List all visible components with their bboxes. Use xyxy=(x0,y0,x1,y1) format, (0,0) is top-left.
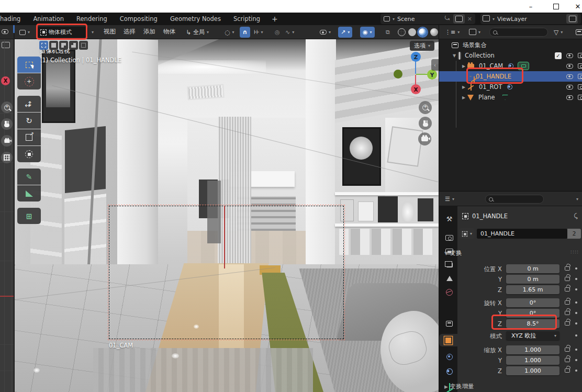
outliner-display-mode-dropdown[interactable]: ⋮≡▾ xyxy=(442,27,462,38)
pan-hand-button[interactable] xyxy=(419,117,432,130)
sidebar-collapse-arrow[interactable]: ‹ xyxy=(431,59,439,71)
tool-select-box[interactable] xyxy=(17,57,41,73)
disclosure-icon[interactable]: ▼ xyxy=(453,53,458,58)
hide-eye-toggle[interactable] xyxy=(566,74,573,79)
shading-solid-button[interactable] xyxy=(408,28,416,36)
rotation-mode-dropdown[interactable]: XYZ 欧拉▾ xyxy=(506,331,559,340)
row-scene-collection[interactable]: 场景集合 xyxy=(439,40,582,50)
tool-measure[interactable] xyxy=(17,185,41,201)
animate-dot[interactable] xyxy=(575,288,577,290)
new-scene-button[interactable] xyxy=(453,14,465,24)
maximize-button[interactable] xyxy=(549,1,563,12)
visibility-eye-icon[interactable] xyxy=(2,29,8,34)
lock-icon[interactable] xyxy=(565,348,570,352)
hide-eye-toggle[interactable] xyxy=(566,53,573,58)
select-mode-new[interactable] xyxy=(39,41,48,50)
shading-wireframe-button[interactable] xyxy=(398,28,406,36)
tab-tool[interactable]: ⚒ xyxy=(441,212,457,225)
row-collection[interactable]: ▼ Collection ✓ xyxy=(439,50,582,61)
hide-eye-toggle[interactable] xyxy=(566,95,573,100)
tab-collection[interactable] xyxy=(441,317,457,330)
lock-icon[interactable] xyxy=(565,368,570,373)
tab-geometry-nodes[interactable]: Geometry Nodes xyxy=(164,13,227,25)
shading-material-button[interactable] xyxy=(419,28,427,36)
lock-icon[interactable] xyxy=(565,321,570,326)
shading-dropdown-icon[interactable] xyxy=(2,42,10,48)
render-visibility-toggle[interactable] xyxy=(578,63,582,69)
camera-view-button[interactable] xyxy=(418,132,431,145)
tool-scale[interactable]: ↗ xyxy=(17,129,41,145)
tool-rotate[interactable]: ↻ xyxy=(17,113,41,129)
properties-search-input[interactable] xyxy=(485,195,544,204)
location-z-field[interactable]: 1.65 m xyxy=(506,285,559,294)
select-mode-extend[interactable] xyxy=(49,41,58,50)
render-visibility-toggle[interactable] xyxy=(578,95,582,100)
viewport-3d[interactable]: 01_CAM 摄像机透视 (1) Collection | 01_HANDLE … xyxy=(15,39,439,392)
viewlayer-selector[interactable]: ▾ ViewLayer xyxy=(480,14,581,24)
render-visibility-toggle[interactable] xyxy=(578,53,582,58)
select-mode-subtract[interactable] xyxy=(59,41,68,50)
properties-editor-type-dropdown[interactable]: ☰▾ xyxy=(442,194,457,205)
users-count-badge[interactable]: 2 xyxy=(567,229,581,239)
tab-rendering[interactable]: Rendering xyxy=(70,13,114,25)
tab-compositing[interactable]: Compositing xyxy=(114,13,164,25)
tab-scene[interactable] xyxy=(441,272,457,285)
tool-move[interactable]: ↔↕ xyxy=(17,96,41,112)
grid-ortho-button[interactable] xyxy=(1,152,13,163)
pin-id-icon[interactable]: ⤿ xyxy=(572,211,581,220)
animate-dot[interactable] xyxy=(575,312,577,314)
tool-add-cube[interactable]: ⊞ xyxy=(17,208,41,224)
location-y-field[interactable]: 0 m xyxy=(506,275,559,284)
add-workspace-button[interactable]: + xyxy=(266,15,283,23)
hide-eye-toggle[interactable] xyxy=(566,85,573,89)
delta-transform-panel-header[interactable]: ▶ 变换增量 xyxy=(444,383,474,390)
animate-dot[interactable] xyxy=(575,278,577,280)
falloff-dropdown[interactable]: ∿▾ xyxy=(283,27,297,38)
animate-dot[interactable] xyxy=(575,334,577,337)
select-mode-intersect[interactable] xyxy=(79,41,88,50)
new-collection-button[interactable] xyxy=(573,27,582,38)
camera-frame-border[interactable] xyxy=(109,206,344,339)
lock-icon[interactable] xyxy=(565,358,570,362)
animate-dot[interactable] xyxy=(575,349,577,351)
tab-view-layer[interactable] xyxy=(441,259,457,271)
add-viewlayer-button[interactable] xyxy=(566,14,578,24)
minimize-button[interactable]: – xyxy=(523,1,538,12)
tab-animation[interactable]: Animation xyxy=(27,13,70,25)
gizmo-axis-x[interactable]: X xyxy=(411,84,421,94)
gizmos-dropdown[interactable]: ↗▾ xyxy=(338,27,352,38)
scale-z-field[interactable]: 1.000 xyxy=(506,366,559,375)
tab-scripting[interactable]: Scripting xyxy=(227,13,266,25)
options-dropdown[interactable]: 选项▾ xyxy=(410,41,434,51)
pan-hand-button[interactable] xyxy=(1,118,13,130)
tab-render[interactable] xyxy=(441,231,457,244)
object-name-input[interactable]: 01_HANDLE xyxy=(477,229,567,239)
row-plane[interactable]: ▶ Plane xyxy=(439,92,582,103)
pivot-dropdown[interactable]: ◌▾ xyxy=(222,27,237,38)
properties-options-arrow[interactable]: ▾ xyxy=(576,197,578,201)
shading-rendered-button[interactable] xyxy=(430,28,438,36)
tab-shading[interactable]: hading xyxy=(0,13,27,25)
rotation-x-field[interactable]: 0° xyxy=(506,298,559,307)
outliner-search-input[interactable] xyxy=(489,28,548,37)
camera-view-button[interactable] xyxy=(1,135,13,147)
xray-toggle[interactable]: ⧉ xyxy=(383,27,393,38)
animate-dot[interactable] xyxy=(575,359,577,361)
transform-panel-header[interactable]: ▼ 变换 xyxy=(444,249,462,257)
outliner-filter-dropdown[interactable]: ▽▾ xyxy=(551,27,565,38)
gizmo-axis-z[interactable]: Z xyxy=(411,52,421,62)
overlays-dropdown[interactable]: ◉▾ xyxy=(360,27,375,38)
menu-object[interactable]: 物体 xyxy=(163,28,175,36)
animate-dot[interactable] xyxy=(575,301,577,304)
select-mode-invert[interactable] xyxy=(69,41,78,50)
animate-dot[interactable] xyxy=(575,369,577,372)
tab-physics[interactable] xyxy=(441,351,457,363)
scene-selector[interactable]: ▾ Scene ✕ xyxy=(380,14,475,24)
panel-drag-dots[interactable]: :::: xyxy=(570,249,579,254)
tab-constraints[interactable] xyxy=(441,365,457,378)
proportional-edit-toggle[interactable]: ◎ xyxy=(272,27,283,38)
mode-dropdown-arrow[interactable]: ▾ xyxy=(89,27,96,38)
menu-add[interactable]: 添加 xyxy=(143,28,155,36)
scale-x-field[interactable]: 1.000 xyxy=(506,345,559,354)
zoom-button[interactable] xyxy=(1,102,13,113)
